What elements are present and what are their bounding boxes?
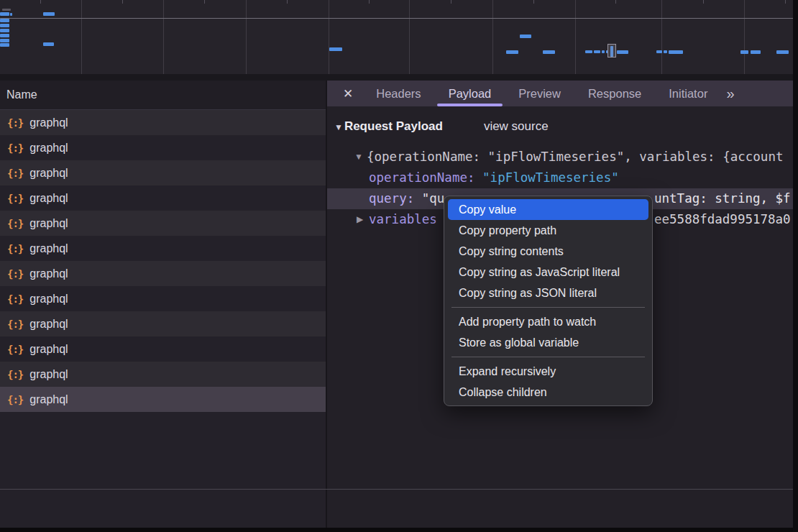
request-timing-bar[interactable] bbox=[0, 39, 9, 42]
timeline-gridline bbox=[246, 0, 247, 74]
expand-triangle-icon[interactable]: ▼ bbox=[354, 147, 363, 168]
menu-item-copy-string-as-javascript-literal[interactable]: Copy string as JavaScript literal bbox=[448, 262, 648, 283]
timeline-tick bbox=[122, 0, 123, 4]
request-timing-bar[interactable] bbox=[520, 35, 531, 38]
overflow-chevron-icon[interactable]: » bbox=[726, 86, 733, 102]
json-icon: {:} bbox=[7, 394, 23, 405]
menu-item-collapse-children[interactable]: Collapse children bbox=[448, 382, 648, 403]
timeline-gridline bbox=[492, 0, 493, 74]
json-icon: {:} bbox=[7, 117, 23, 129]
tab-preview[interactable]: Preview bbox=[505, 81, 574, 106]
request-payload-section-header[interactable]: ▼ Request Payload view source bbox=[334, 119, 549, 134]
request-row[interactable]: {:}graphql bbox=[0, 311, 326, 336]
request-timing-bar[interactable] bbox=[751, 50, 761, 54]
request-timing-bar[interactable] bbox=[740, 50, 748, 54]
timeline-tick bbox=[703, 0, 704, 4]
request-timing-bar[interactable] bbox=[0, 19, 9, 22]
request-row[interactable]: {:}graphql bbox=[0, 286, 326, 311]
request-name-label: graphql bbox=[29, 242, 68, 255]
json-icon: {:} bbox=[7, 243, 23, 254]
property-value-left: "qu bbox=[422, 191, 445, 206]
property-key: query: bbox=[369, 191, 414, 206]
request-timing-bar[interactable] bbox=[585, 50, 592, 53]
window-right-edge bbox=[793, 0, 798, 532]
request-timing-bar[interactable] bbox=[43, 42, 54, 46]
request-timing-bar[interactable] bbox=[602, 50, 605, 53]
request-timing-bar[interactable] bbox=[656, 50, 662, 53]
tabs-container: HeadersPayloadPreviewResponseInitiator bbox=[362, 81, 721, 106]
property-key: variables bbox=[369, 212, 437, 226]
request-timing-bar[interactable] bbox=[664, 50, 667, 53]
section-title: Request Payload bbox=[344, 119, 443, 134]
timeline-gridline bbox=[81, 0, 82, 74]
variables-row-value-fragment: ee5588fdad995178a0 bbox=[654, 209, 791, 230]
query-row[interactable]: query: "qu bbox=[369, 188, 444, 209]
request-row[interactable]: {:}graphql bbox=[0, 185, 326, 211]
request-row[interactable]: {:}graphql bbox=[0, 236, 326, 261]
request-timing-bar[interactable] bbox=[0, 24, 9, 27]
request-timing-bar[interactable] bbox=[669, 50, 683, 54]
timeline-tick bbox=[533, 0, 534, 4]
timeline-tick bbox=[451, 0, 451, 4]
request-timing-bar[interactable] bbox=[0, 43, 9, 47]
menu-item-expand-recursively[interactable]: Expand recursively bbox=[448, 361, 648, 382]
menu-item-copy-string-contents[interactable]: Copy string contents bbox=[448, 241, 648, 262]
request-row[interactable]: {:}graphql bbox=[0, 261, 326, 286]
tab-initiator[interactable]: Initiator bbox=[655, 81, 721, 106]
timeline-axis-line bbox=[0, 18, 798, 19]
request-name-label: graphql bbox=[29, 192, 68, 205]
json-icon: {:} bbox=[7, 293, 23, 305]
request-row[interactable]: {:}graphql bbox=[0, 336, 326, 362]
request-row[interactable]: {:}graphql bbox=[0, 362, 326, 387]
request-name-label: graphql bbox=[29, 167, 68, 180]
request-row[interactable]: {:}graphql bbox=[0, 211, 326, 236]
request-row[interactable]: {:}graphql bbox=[0, 387, 326, 412]
devtools-network-panel: Name {:}graphql{:}graphql{:}graphql{:}gr… bbox=[0, 0, 798, 532]
collapse-triangle-icon[interactable]: ▼ bbox=[334, 122, 343, 132]
request-timing-bar[interactable] bbox=[0, 29, 9, 32]
tab-response[interactable]: Response bbox=[574, 81, 655, 106]
json-icon: {:} bbox=[7, 218, 23, 229]
request-timing-bar[interactable] bbox=[0, 12, 9, 16]
close-icon[interactable]: ✕ bbox=[343, 86, 353, 101]
context-menu: Copy valueCopy property pathCopy string … bbox=[444, 196, 653, 406]
request-timing-bar[interactable] bbox=[506, 50, 518, 54]
timeline-tick bbox=[785, 0, 786, 4]
menu-item-store-as-global-variable[interactable]: Store as global variable bbox=[448, 332, 648, 353]
menu-item-copy-string-as-json-literal[interactable]: Copy string as JSON literal bbox=[448, 283, 648, 303]
column-header-name[interactable]: Name bbox=[0, 81, 326, 110]
variables-row[interactable]: variables bbox=[369, 209, 437, 230]
expand-triangle-icon[interactable]: ▶ bbox=[357, 209, 363, 230]
request-timing-bar[interactable] bbox=[594, 50, 600, 53]
timeline-gridline bbox=[575, 0, 576, 74]
menu-item-copy-property-path[interactable]: Copy property path bbox=[448, 220, 648, 241]
json-icon: {:} bbox=[7, 142, 23, 154]
request-timing-bar[interactable] bbox=[43, 12, 55, 16]
json-icon: {:} bbox=[7, 168, 23, 179]
request-timing-bar[interactable] bbox=[0, 34, 9, 37]
request-row[interactable]: {:}graphql bbox=[0, 135, 326, 160]
request-name-label: graphql bbox=[29, 267, 68, 280]
view-source-link[interactable]: view source bbox=[484, 119, 549, 134]
timeline-tick bbox=[204, 0, 205, 4]
timeline-gridline bbox=[744, 0, 745, 74]
pending-request-bar[interactable] bbox=[2, 9, 11, 11]
payload-preview-line[interactable]: {operationName: "ipFlowTimeseries", vari… bbox=[367, 147, 791, 168]
property-key: operationName: bbox=[369, 170, 475, 185]
request-row[interactable]: {:}graphql bbox=[0, 160, 326, 185]
request-timing-bar[interactable] bbox=[543, 50, 555, 54]
timeline-selection-marker[interactable] bbox=[607, 44, 616, 58]
timeline-tick bbox=[369, 0, 370, 4]
request-row[interactable]: {:}graphql bbox=[0, 110, 326, 135]
menu-item-add-property-path-to-watch[interactable]: Add property path to watch bbox=[448, 311, 648, 332]
tab-headers[interactable]: Headers bbox=[362, 81, 434, 106]
json-icon: {:} bbox=[7, 318, 23, 330]
request-timing-bar[interactable] bbox=[617, 50, 628, 54]
menu-item-copy-value[interactable]: Copy value bbox=[448, 199, 648, 220]
tab-payload[interactable]: Payload bbox=[435, 81, 505, 106]
network-overview-timeline[interactable] bbox=[0, 0, 798, 74]
request-timing-bar[interactable] bbox=[10, 13, 12, 16]
request-timing-bar[interactable] bbox=[776, 50, 789, 54]
request-timing-bar[interactable] bbox=[329, 47, 342, 51]
operation-name-row[interactable]: operationName: "ipFlowTimeseries" bbox=[369, 168, 619, 188]
